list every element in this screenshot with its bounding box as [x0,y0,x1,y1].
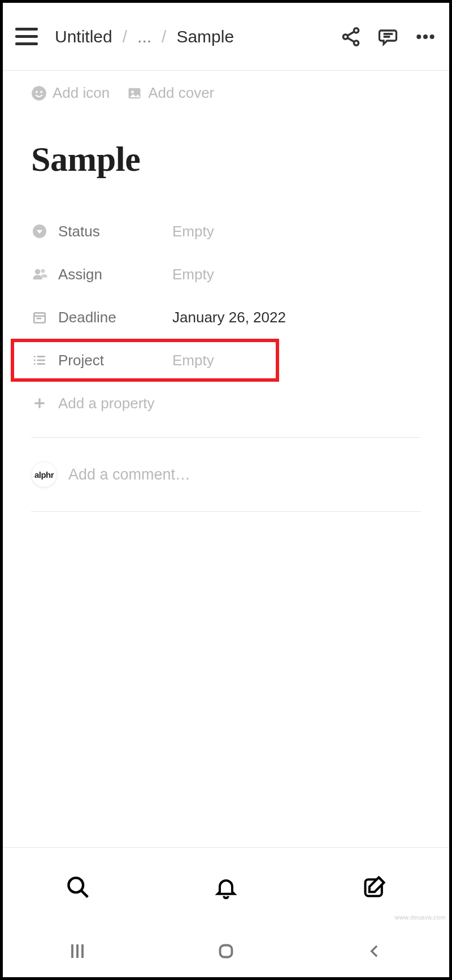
smiley-icon [31,85,47,101]
property-label: Status [58,223,100,240]
notifications-icon[interactable] [211,871,241,902]
more-icon[interactable] [414,25,437,48]
comments-icon[interactable] [377,25,399,48]
top-bar: Untitled / ... / Sample [3,3,449,71]
search-icon[interactable] [62,871,93,902]
svg-point-11 [36,90,38,93]
menu-icon[interactable] [15,25,38,48]
breadcrumb-separator: / [162,27,166,46]
add-icon-button[interactable]: Add icon [31,84,110,102]
svg-point-1 [343,34,347,38]
svg-line-3 [347,31,354,35]
breadcrumbs: Untitled / ... / Sample [55,27,234,46]
property-row-assign[interactable]: Assign Empty [31,253,421,296]
add-cover-label: Add cover [148,84,214,102]
property-value[interactable]: January 26, 2022 [172,309,286,326]
bottom-bar [3,847,449,925]
svg-point-23 [34,359,36,361]
image-icon [127,85,142,101]
back-button[interactable] [358,940,392,962]
add-property-label: Add a property [58,395,155,412]
svg-point-25 [34,363,36,365]
svg-line-4 [347,38,354,42]
svg-point-14 [131,90,134,93]
breadcrumb-separator: / [123,27,127,46]
properties-list: Status Empty Assign Empty [31,210,421,425]
svg-point-0 [354,28,358,32]
property-value[interactable]: Empty [172,352,214,369]
property-label: Deadline [58,309,116,326]
dropdown-icon [31,224,48,239]
svg-point-10 [32,86,46,101]
comment-placeholder[interactable]: Add a comment… [68,466,190,483]
breadcrumb-root[interactable]: Untitled [55,27,112,46]
svg-point-2 [354,40,358,45]
list-icon [31,353,48,368]
property-label: Assign [58,266,102,283]
svg-point-16 [35,269,40,274]
svg-point-17 [41,269,45,273]
svg-point-21 [34,356,36,357]
add-cover-button[interactable]: Add cover [127,84,214,102]
property-row-status[interactable]: Status Empty [31,210,421,253]
avatar: alphr [31,461,57,487]
svg-point-29 [68,878,83,892]
svg-line-30 [81,891,88,897]
svg-point-9 [430,34,434,39]
page-title[interactable]: Sample [31,139,421,179]
property-row-deadline[interactable]: Deadline January 26, 2022 [31,296,421,339]
property-value[interactable]: Empty [172,266,214,283]
svg-point-12 [40,90,42,93]
recents-button[interactable] [60,940,94,962]
breadcrumb-current[interactable]: Sample [176,27,234,46]
compose-icon[interactable] [359,871,390,902]
svg-rect-35 [220,946,232,957]
add-property-button[interactable]: Add a property [31,382,421,425]
system-nav-bar [3,925,449,977]
people-icon [31,266,48,282]
breadcrumb-ellipsis[interactable]: ... [137,27,151,46]
share-icon[interactable] [340,25,362,48]
svg-point-8 [423,34,428,39]
page-content: Add icon Add cover Sample Status [3,71,449,847]
property-value[interactable]: Empty [172,223,214,240]
home-button[interactable] [209,940,243,962]
plus-icon [31,396,48,411]
watermark: www.deuava.com [395,914,446,921]
add-icon-label: Add icon [53,84,110,102]
property-label: Project [58,352,104,369]
svg-point-7 [416,34,421,39]
property-row-project[interactable]: Project Empty [11,339,279,382]
calendar-icon [31,310,48,325]
comment-row[interactable]: alphr Add a comment… [31,438,421,511]
divider [31,511,421,512]
